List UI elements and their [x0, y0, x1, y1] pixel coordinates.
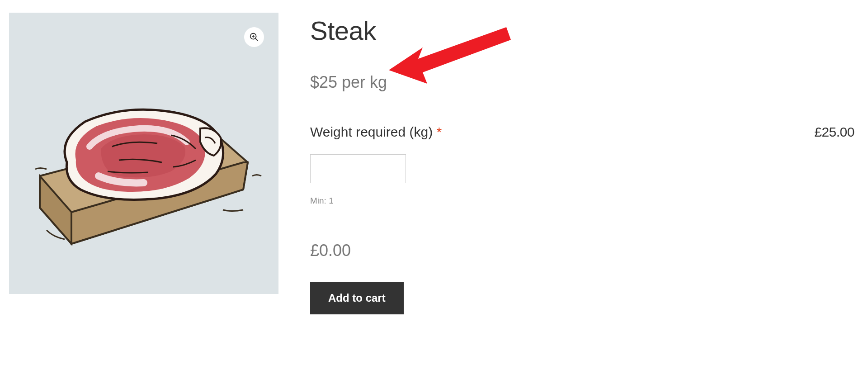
- weight-label-text: Weight required (kg): [310, 124, 437, 139]
- weight-field-row: Weight required (kg) * Min: 1 £25.00: [310, 124, 859, 206]
- zoom-button[interactable]: [244, 27, 264, 47]
- min-hint: Min: 1: [310, 196, 814, 206]
- svg-line-1: [255, 38, 258, 41]
- zoom-in-icon: [249, 32, 259, 42]
- product-image[interactable]: [9, 13, 278, 294]
- product-title: Steak: [310, 15, 859, 46]
- product-details: Steak $25 per kg Weight required (kg) * …: [310, 13, 859, 314]
- steak-illustration: [22, 58, 266, 248]
- weight-field-block: Weight required (kg) * Min: 1: [310, 124, 814, 206]
- required-indicator: *: [437, 124, 442, 139]
- weight-input[interactable]: [310, 154, 406, 183]
- price-per-unit: $25 per kg: [310, 73, 859, 92]
- product-image-column: [9, 13, 278, 314]
- running-total: £0.00: [310, 241, 859, 260]
- add-to-cart-button[interactable]: Add to cart: [310, 282, 404, 314]
- weight-label: Weight required (kg) *: [310, 124, 814, 140]
- line-item-price: £25.00: [814, 124, 859, 140]
- product-page: Steak $25 per kg Weight required (kg) * …: [0, 0, 868, 327]
